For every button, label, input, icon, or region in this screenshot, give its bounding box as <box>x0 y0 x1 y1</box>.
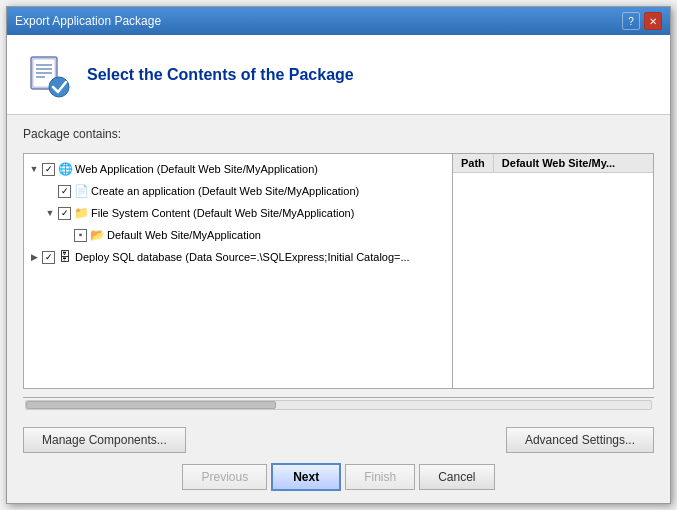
dialog-window: Export Application Package ? ✕ Select th… <box>6 6 671 504</box>
header-section: Select the Contents of the Package <box>7 35 670 115</box>
tree-item[interactable]: ▶ 🗄 Deploy SQL database (Data Source=.\S… <box>24 246 452 268</box>
node-label: Default Web Site/MyApplication <box>107 226 261 244</box>
tree-left[interactable]: ▼ 🌐 Web Application (Default Web Site/My… <box>24 154 453 388</box>
create-app-icon: 📄 <box>73 183 89 199</box>
checkbox[interactable] <box>58 207 71 220</box>
tree-right: Path Default Web Site/My... <box>453 154 653 388</box>
checkbox[interactable] <box>58 185 71 198</box>
checkbox[interactable] <box>42 251 55 264</box>
title-bar-title: Export Application Package <box>15 14 161 28</box>
node-label: Create an application (Default Web Site/… <box>91 182 359 200</box>
tree-item[interactable]: ▼ 📁 File System Content (Default Web Sit… <box>24 202 452 224</box>
checkbox[interactable] <box>42 163 55 176</box>
package-label: Package contains: <box>23 127 654 141</box>
title-bar-controls: ? ✕ <box>622 12 662 30</box>
expander-icon[interactable]: ▶ <box>28 251 40 263</box>
previous-button[interactable]: Previous <box>182 464 267 490</box>
scrollbar-track[interactable] <box>25 400 652 410</box>
expander-icon[interactable]: ▼ <box>28 163 40 175</box>
title-bar: Export Application Package ? ✕ <box>7 7 670 35</box>
node-label: Web Application (Default Web Site/MyAppl… <box>75 160 318 178</box>
help-button[interactable]: ? <box>622 12 640 30</box>
finish-button[interactable]: Finish <box>345 464 415 490</box>
manage-components-button[interactable]: Manage Components... <box>23 427 186 453</box>
header-icon <box>23 51 71 99</box>
advanced-settings-button[interactable]: Advanced Settings... <box>506 427 654 453</box>
col-path: Path <box>453 154 494 172</box>
content-area: Package contains: ▼ 🌐 Web Application (D… <box>7 115 670 423</box>
cancel-button[interactable]: Cancel <box>419 464 494 490</box>
title-bar-left: Export Application Package <box>15 14 161 28</box>
header-title: Select the Contents of the Package <box>87 66 354 84</box>
close-button[interactable]: ✕ <box>644 12 662 30</box>
tree-panel: ▼ 🌐 Web Application (Default Web Site/My… <box>23 153 654 389</box>
col-value: Default Web Site/My... <box>494 154 623 172</box>
web-app-icon: 🌐 <box>57 161 73 177</box>
horizontal-scrollbar[interactable] <box>23 397 654 411</box>
next-button[interactable]: Next <box>271 463 341 491</box>
node-label: File System Content (Default Web Site/My… <box>91 204 354 222</box>
expander-icon[interactable]: ▼ <box>44 207 56 219</box>
tree-item[interactable]: ▶ 📂 Default Web Site/MyApplication <box>24 224 452 246</box>
fs-content-icon: 📁 <box>73 205 89 221</box>
tree-item[interactable]: ▶ 📄 Create an application (Default Web S… <box>24 180 452 202</box>
scrollbar-thumb[interactable] <box>26 401 276 409</box>
right-panel-header: Path Default Web Site/My... <box>453 154 653 173</box>
sql-icon: 🗄 <box>57 249 73 265</box>
folder-icon: 📂 <box>89 227 105 243</box>
checkbox[interactable] <box>74 229 87 242</box>
tree-item[interactable]: ▼ 🌐 Web Application (Default Web Site/My… <box>24 158 452 180</box>
node-label: Deploy SQL database (Data Source=.\SQLEx… <box>75 248 410 266</box>
